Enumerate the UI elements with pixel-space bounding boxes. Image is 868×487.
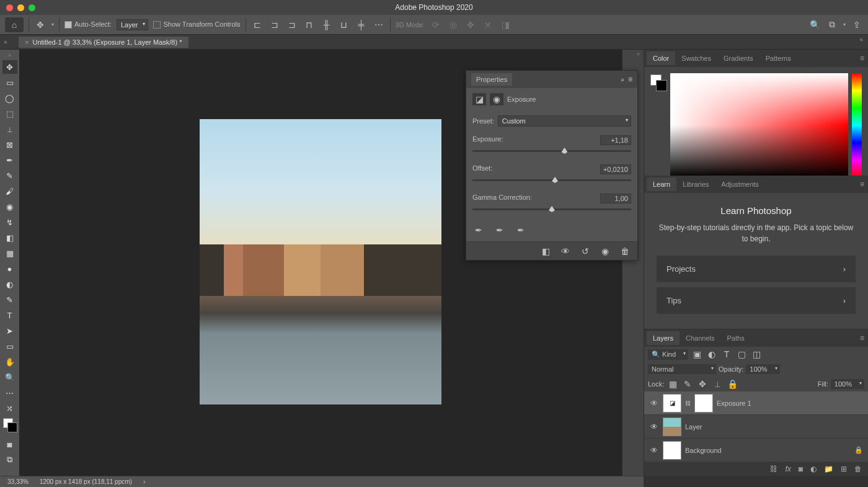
align-left-icon[interactable]: ⊏ [251, 19, 264, 31]
visibility-icon[interactable]: 👁 [649, 399, 659, 408]
preset-dropdown[interactable]: Custom [498, 115, 631, 127]
3d-roll-icon[interactable]: ◎ [447, 19, 459, 31]
crop-tool[interactable]: ⟂ [2, 122, 17, 136]
auto-select-dropdown[interactable]: Layer [117, 19, 149, 30]
blend-mode-dropdown[interactable]: Normal [648, 364, 716, 374]
fx-icon[interactable]: fx [785, 465, 790, 473]
collapse-right-icon[interactable]: « [859, 36, 863, 43]
eyedropper-black-icon[interactable]: ✒ [472, 224, 485, 236]
tab-color[interactable]: Color [647, 51, 675, 65]
pen-tool[interactable]: ✎ [2, 293, 17, 306]
filter-type-icon[interactable]: T [720, 348, 733, 360]
link-layers-icon[interactable]: ⛓ [770, 465, 777, 473]
reset-icon[interactable]: ↺ [579, 245, 591, 257]
delete-adj-icon[interactable]: 🗑 [619, 245, 631, 257]
document-tab[interactable]: × Untitled-1 @ 33,3% (Exposure 1, Layer … [19, 37, 188, 48]
marquee-tool[interactable]: ▭ [2, 76, 17, 89]
home-button[interactable]: ⌂ [5, 17, 24, 32]
gradient-tool[interactable]: ▦ [2, 246, 17, 260]
layer-name[interactable]: Layer [685, 423, 702, 431]
close-tab-icon[interactable]: × [25, 38, 29, 46]
hue-slider[interactable] [852, 73, 862, 177]
gamma-slider[interactable] [472, 208, 631, 210]
learn-projects-button[interactable]: Projects› [657, 256, 856, 282]
lock-artboard-icon[interactable]: ⟂ [711, 378, 724, 390]
more-icon[interactable]: ⋯ [373, 19, 385, 31]
minimize-window-button[interactable] [17, 4, 24, 11]
panel-menu-icon[interactable]: ≡ [860, 334, 864, 342]
clip-icon[interactable]: ◧ [539, 245, 552, 257]
align-hcenter-icon[interactable]: ⊐ [268, 19, 281, 31]
toggle-visibility-icon[interactable]: ◉ [599, 245, 611, 257]
screen-mode-tool[interactable]: ⧉ [2, 453, 17, 467]
align-vcenter-icon[interactable]: ╫ [321, 19, 333, 31]
panel-menu-icon[interactable]: ≡ [860, 180, 864, 189]
maximize-window-button[interactable] [29, 4, 35, 11]
share-icon[interactable]: ⇪ [851, 19, 863, 31]
gamma-value[interactable]: 1,00 [600, 194, 631, 203]
color-swap-icon[interactable]: ⤭ [2, 401, 17, 415]
offset-slider[interactable] [472, 179, 631, 181]
history-brush-tool[interactable]: ↯ [2, 215, 17, 229]
opacity-dropdown[interactable]: 100% [746, 364, 779, 374]
3d-pan-icon[interactable]: ✥ [464, 19, 477, 31]
fg-bg-swatch[interactable] [650, 74, 666, 91]
quick-select-tool[interactable]: ⬚ [2, 107, 17, 120]
hand-tool[interactable]: ✋ [2, 355, 17, 369]
offset-value[interactable]: +0,0210 [600, 164, 631, 174]
lock-transparent-icon[interactable]: ▦ [666, 378, 679, 390]
align-top-icon[interactable]: ⊓ [303, 19, 316, 31]
distribute-icon[interactable]: ╪ [355, 19, 368, 31]
3d-camera-icon[interactable]: ◨ [499, 19, 512, 31]
visibility-icon[interactable]: 👁 [649, 422, 659, 431]
zoom-level[interactable]: 33,33% [7, 478, 29, 485]
tab-layers[interactable]: Layers [647, 331, 680, 345]
panel-menu-icon[interactable]: ≡ [628, 75, 632, 84]
3d-rotate-icon[interactable]: ⟳ [430, 19, 442, 31]
zoom-tool[interactable]: 🔍 [2, 370, 17, 384]
canvas-area[interactable]: Properties » ≡ ◪ ◉ Exposure Preset: Cust… [19, 50, 622, 476]
layer-name[interactable]: Background [685, 447, 722, 454]
collapse-left-icon[interactable]: » [4, 38, 7, 45]
view-previous-icon[interactable]: 👁 [559, 245, 572, 257]
visibility-icon[interactable]: 👁 [649, 446, 659, 455]
blur-tool[interactable]: ● [2, 262, 17, 275]
dodge-tool[interactable]: ◐ [2, 277, 17, 291]
filter-smart-icon[interactable]: ◫ [750, 348, 763, 360]
workspace-icon[interactable]: ⧉ [826, 19, 838, 31]
mask-thumb[interactable] [694, 394, 713, 413]
lock-all-icon[interactable]: 🔒 [726, 378, 738, 390]
healing-tool[interactable]: ✎ [2, 169, 17, 182]
lock-position-icon[interactable]: ✥ [696, 378, 709, 390]
eyedropper-white-icon[interactable]: ✒ [515, 224, 527, 236]
close-window-button[interactable] [6, 4, 13, 11]
eyedropper-gray-icon[interactable]: ✒ [494, 224, 506, 236]
eraser-tool[interactable]: ◧ [2, 231, 17, 244]
path-select-tool[interactable]: ➤ [2, 324, 17, 337]
frame-tool[interactable]: ⊠ [2, 138, 17, 151]
tab-gradients[interactable]: Gradients [717, 51, 760, 65]
collapse-icon[interactable]: » [621, 76, 624, 83]
quick-mask-tool[interactable]: ◙ [2, 437, 17, 451]
move-tool-icon[interactable]: ✥ [34, 19, 46, 31]
new-layer-icon[interactable]: ⊞ [841, 465, 847, 473]
layer-row[interactable]: 👁 Layer [644, 415, 868, 439]
tab-libraries[interactable]: Libraries [676, 177, 715, 191]
lasso-tool[interactable]: ◯ [2, 91, 17, 105]
mask-icon[interactable]: ◙ [799, 465, 803, 473]
shape-tool[interactable]: ▭ [2, 339, 17, 353]
eyedropper-tool[interactable]: ✒ [2, 153, 17, 167]
tab-channels[interactable]: Channels [680, 331, 720, 345]
edit-toolbar[interactable]: ⋯ [2, 386, 17, 400]
tab-adjustments[interactable]: Adjustments [715, 177, 765, 191]
filter-adj-icon[interactable]: ◐ [706, 348, 718, 360]
panel-menu-icon[interactable]: ≡ [860, 54, 864, 63]
align-right-icon[interactable]: ⊐ [286, 19, 298, 31]
properties-tab[interactable]: Properties [471, 73, 512, 86]
exposure-value[interactable]: +1,18 [600, 135, 631, 145]
learn-tips-button[interactable]: Tips› [657, 287, 856, 314]
filter-shape-icon[interactable]: ▢ [735, 348, 748, 360]
foreground-background-colors[interactable] [3, 418, 17, 432]
tab-paths[interactable]: Paths [721, 331, 751, 345]
color-field[interactable] [670, 73, 848, 177]
